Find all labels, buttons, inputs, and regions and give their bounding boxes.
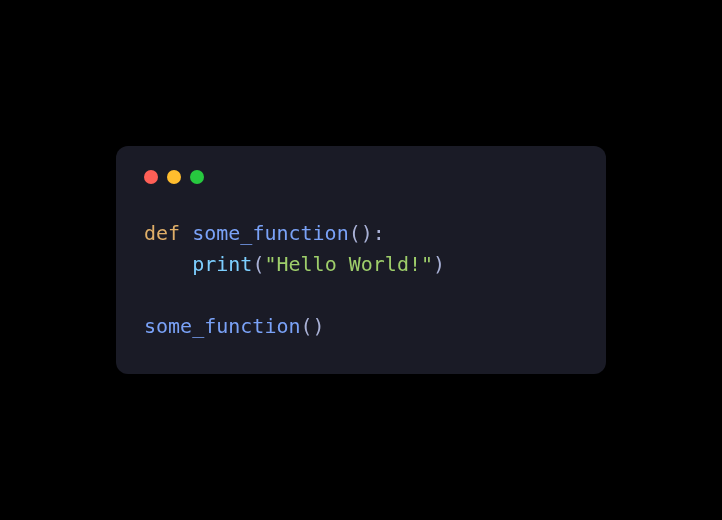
- maximize-icon[interactable]: [190, 170, 204, 184]
- open-paren: (: [252, 252, 264, 276]
- colon: :: [373, 221, 385, 245]
- minimize-icon[interactable]: [167, 170, 181, 184]
- function-name: some_function: [192, 221, 349, 245]
- space: [180, 221, 192, 245]
- close-paren: ): [433, 252, 445, 276]
- code-line-1: def some_function():: [144, 218, 578, 249]
- function-call: some_function: [144, 314, 301, 338]
- code-window: def some_function(): print("Hello World!…: [116, 146, 606, 374]
- keyword-def: def: [144, 221, 180, 245]
- parentheses: (): [301, 314, 325, 338]
- builtin-print: print: [192, 252, 252, 276]
- titlebar: [144, 170, 578, 184]
- close-icon[interactable]: [144, 170, 158, 184]
- code-line-2: print("Hello World!"): [144, 249, 578, 280]
- indent: [144, 252, 192, 276]
- code-line-4: some_function(): [144, 311, 578, 342]
- code-block: def some_function(): print("Hello World!…: [144, 218, 578, 342]
- blank-line: [144, 280, 578, 311]
- parentheses: (): [349, 221, 373, 245]
- string-literal: "Hello World!": [264, 252, 433, 276]
